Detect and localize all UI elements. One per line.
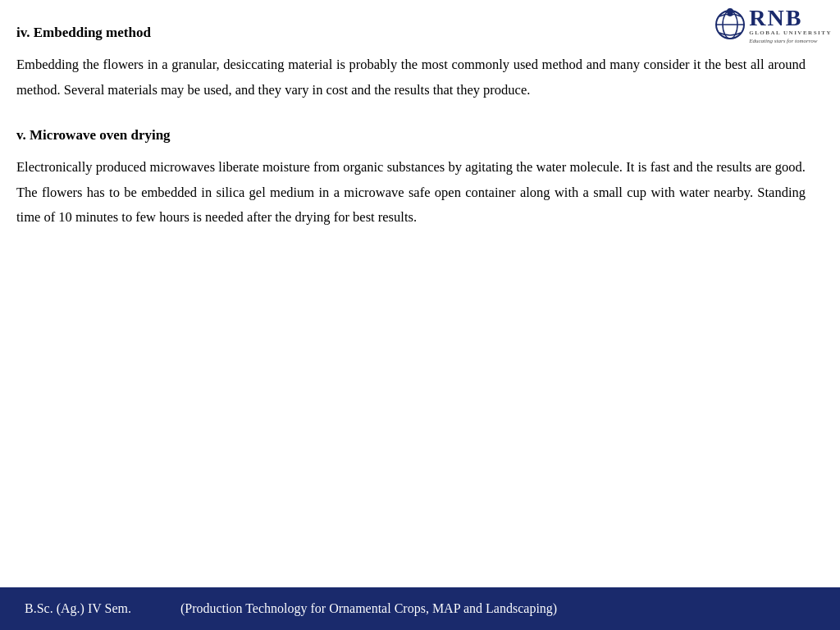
main-content: RNB GLOBAL UNIVERSITY Educating stars fo… [0,0,840,587]
logo-area: RNB GLOBAL UNIVERSITY Educating stars fo… [714,7,832,46]
section-iv-paragraph: Embedding the flowers in a granular, des… [16,52,806,103]
section-v-heading: v. Microwave oven drying [16,127,807,144]
section-v-block: v. Microwave oven drying Electronically … [15,127,807,231]
section-iv-block: iv. Embedding method Embedding the flowe… [15,25,807,103]
logo-brand: RNB [749,7,802,30]
logo-wrapper: RNB GLOBAL UNIVERSITY Educating stars fo… [714,7,832,46]
logo-text-part: RNB GLOBAL UNIVERSITY Educating stars fo… [749,7,832,45]
footer-bar: B.Sc. (Ag.) IV Sem. (Production Technolo… [0,587,840,630]
logo-tagline: Educating stars for tomorrow [749,38,832,45]
svg-point-3 [727,8,733,15]
logo-university: GLOBAL UNIVERSITY [749,30,832,38]
footer-right-text: (Production Technology for Ornamental Cr… [180,601,557,616]
logo-icon [714,7,746,46]
section-v-paragraph: Electronically produced microwaves liber… [16,155,806,231]
footer-left-text: B.Sc. (Ag.) IV Sem. [25,601,131,616]
page-container: RNB GLOBAL UNIVERSITY Educating stars fo… [0,0,840,630]
section-iv-heading: iv. Embedding method [16,25,807,41]
